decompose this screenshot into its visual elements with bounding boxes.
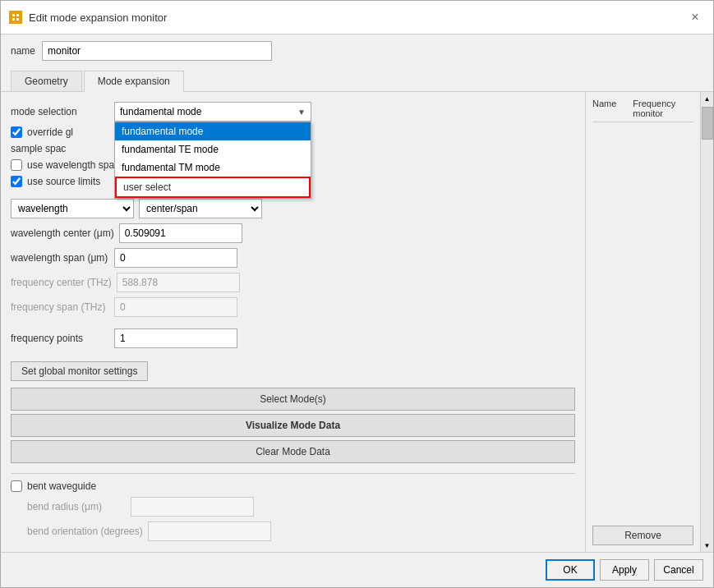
sample-spacing-label: sample spac [11, 143, 109, 154]
mode-selection-menu: fundamental mode fundamental TE mode fun… [114, 122, 311, 199]
wavelength-center-input[interactable] [119, 223, 242, 243]
title-bar-left: Edit mode expansion monitor [9, 11, 167, 24]
bend-orientation-row: bend orientation (degrees) [27, 521, 575, 541]
main-panel: mode selection fundamental mode ▼ fundam… [1, 92, 585, 552]
name-label: name [11, 45, 35, 57]
bend-radius-label: bend radius (μm) [27, 501, 126, 512]
wavelength-type-select[interactable]: wavelength frequency [11, 199, 134, 218]
dropdown-item-fundamental-tm[interactable]: fundamental TM mode [115, 158, 311, 177]
bottom-bar: OK Apply Cancel [1, 552, 713, 587]
dialog: Edit mode expansion monitor × name Geome… [0, 0, 714, 588]
svg-rect-2 [16, 14, 19, 16]
content-area: mode selection fundamental mode ▼ fundam… [1, 92, 713, 552]
bent-waveguide-checkbox[interactable] [11, 480, 22, 492]
cancel-button[interactable]: Cancel [654, 559, 703, 581]
wavelength-center-row: wavelength center (μm) [11, 223, 575, 243]
frequency-span-label: frequency span (THz) [11, 301, 109, 313]
override-checkbox[interactable] [11, 126, 22, 138]
set-global-row: Set global monitor settings [11, 361, 575, 381]
clear-button[interactable]: Clear Mode Data [11, 440, 575, 463]
frequency-span-input [114, 297, 237, 317]
frequency-points-label: frequency points [11, 333, 109, 344]
right-panel-header: Name Frequency monitor [592, 99, 693, 122]
frequency-center-row: frequency center (THz) [11, 273, 575, 292]
set-global-button[interactable]: Set global monitor settings [11, 361, 148, 381]
tab-geometry[interactable]: Geometry [11, 71, 82, 91]
use-source-limits-label: use source limits [27, 176, 100, 187]
bent-waveguide-label: bent waveguide [27, 480, 96, 492]
ok-button[interactable]: OK [546, 559, 595, 581]
type-selects-row: wavelength frequency center/span min/max [11, 199, 575, 218]
tab-mode-expansion[interactable]: Mode expansion [84, 71, 184, 92]
bent-waveguide-row: bent waveguide [11, 480, 575, 492]
dropdown-item-user-select[interactable]: user select [115, 177, 311, 198]
bend-radius-input [131, 497, 254, 517]
frequency-center-label: frequency center (THz) [11, 277, 112, 288]
mode-selection-value: fundamental mode [120, 106, 201, 117]
svg-rect-3 [12, 18, 15, 21]
bend-orientation-input [148, 521, 271, 541]
bend-orientation-label: bend orientation (degrees) [27, 526, 143, 537]
wavelength-span-input[interactable] [114, 248, 237, 268]
scroll-up-button[interactable]: ▲ [701, 92, 714, 105]
apply-button[interactable]: Apply [600, 559, 649, 581]
frequency-points-input[interactable] [114, 328, 237, 348]
right-panel-list [592, 129, 693, 519]
frequency-points-row: frequency points [11, 328, 575, 348]
svg-rect-0 [11, 12, 21, 22]
mode-selection-label: mode selection [11, 106, 109, 117]
tabs-container: Geometry Mode expansion [1, 67, 713, 92]
dropdown-arrow-icon: ▼ [297, 108, 306, 117]
remove-button[interactable]: Remove [592, 526, 693, 545]
scroll-down-button[interactable]: ▼ [701, 539, 714, 552]
svg-rect-4 [16, 18, 19, 21]
bend-radius-row: bend radius (μm) [27, 497, 575, 517]
wavelength-center-label: wavelength center (μm) [11, 227, 114, 239]
right-panel: Name Frequency monitor Remove [585, 92, 700, 552]
title-bar: Edit mode expansion monitor × [1, 1, 713, 34]
bent-waveguide-section: bent waveguide bend radius (μm) bend ori… [11, 480, 575, 541]
override-label: override gl [27, 126, 73, 138]
select-modes-button[interactable]: Select Mode(s) [11, 388, 575, 411]
name-row: name [1, 34, 713, 67]
wavelength-span-row: wavelength span (μm) [11, 248, 575, 268]
mode-selection-button[interactable]: fundamental mode ▼ [114, 102, 311, 122]
frequency-span-row: frequency span (THz) [11, 297, 575, 317]
use-source-limits-checkbox[interactable] [11, 176, 22, 187]
mode-selection-row: mode selection fundamental mode ▼ fundam… [11, 102, 575, 122]
dropdown-item-fundamental-mode[interactable]: fundamental mode [115, 122, 311, 140]
svg-rect-1 [12, 14, 15, 16]
use-wavelength-spacing-checkbox[interactable] [11, 159, 22, 171]
wavelength-span-label: wavelength span (μm) [11, 252, 109, 264]
mode-selection-dropdown: fundamental mode ▼ fundamental mode fund… [114, 102, 311, 122]
frequency-col-header: Frequency monitor [633, 99, 693, 118]
name-col-header: Name [592, 99, 616, 118]
main-scrollbar: ▲ ▼ [700, 92, 713, 552]
close-button[interactable]: × [685, 7, 705, 27]
dropdown-item-fundamental-te[interactable]: fundamental TE mode [115, 140, 311, 158]
visualize-button[interactable]: Visualize Mode Data [11, 414, 575, 437]
app-icon [9, 11, 22, 24]
scroll-thumb[interactable] [702, 107, 713, 140]
frequency-center-input [117, 273, 240, 292]
center-span-select[interactable]: center/span min/max [139, 199, 262, 218]
name-input[interactable] [42, 41, 272, 61]
dialog-title: Edit mode expansion monitor [29, 11, 167, 24]
